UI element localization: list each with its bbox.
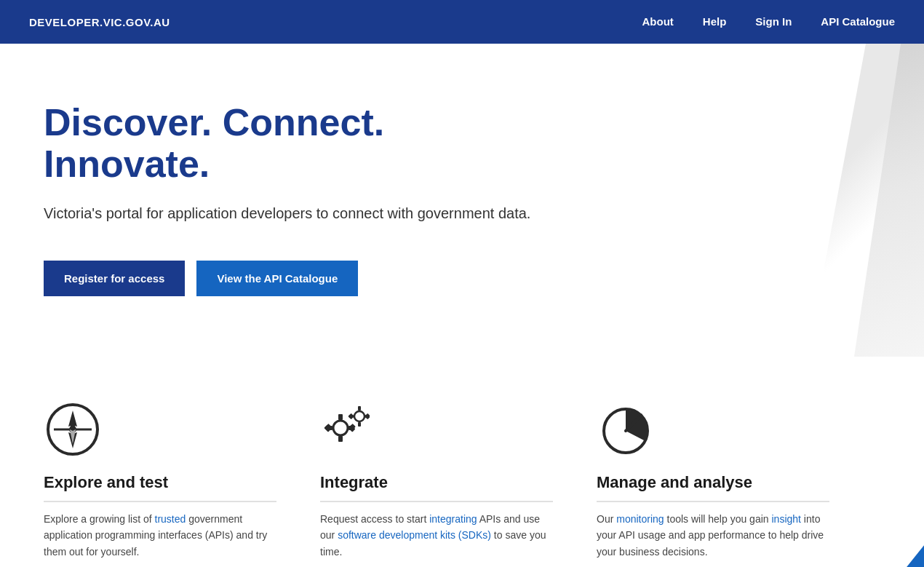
svg-point-17 [354, 411, 365, 421]
navbar: DEVELOPER.VIC.GOV.AU About Help Sign In … [0, 0, 924, 44]
svg-rect-10 [338, 436, 343, 442]
hero-content: Discover. Connect. Innovate. Victoria's … [44, 102, 553, 296]
navbar-brand: DEVELOPER.VIC.GOV.AU [29, 16, 170, 28]
corner-decoration [866, 545, 924, 567]
feature-explore-title: Explore and test [44, 473, 276, 502]
feature-manage-description: Our monitoring tools will help you gain … [597, 511, 829, 560]
feature-manage: Manage and analyse Our monitoring tools … [597, 400, 844, 560]
svg-point-8 [333, 421, 348, 435]
nav-api-catalogue[interactable]: API Catalogue [821, 15, 895, 28]
features-section: Explore and test Explore a growing list … [0, 357, 924, 567]
svg-rect-18 [358, 406, 361, 411]
compass-icon [44, 400, 102, 459]
feature-integrate: Integrate Request access to start integr… [320, 400, 567, 560]
svg-rect-19 [358, 422, 361, 427]
chart-icon [597, 400, 655, 459]
navbar-links: About Help Sign In API Catalogue [642, 15, 895, 28]
hero-title: Discover. Connect. Innovate. [44, 102, 553, 185]
hero-subtitle: Victoria's portal for application develo… [44, 202, 553, 224]
feature-explore-description: Explore a growing list of trusted govern… [44, 511, 276, 560]
svg-rect-9 [338, 414, 343, 420]
hero-section: Discover. Connect. Innovate. Victoria's … [0, 44, 924, 357]
nav-help[interactable]: Help [703, 15, 727, 28]
nav-about[interactable]: About [642, 15, 673, 28]
gears-icon [320, 400, 378, 459]
feature-explore: Explore and test Explore a growing list … [44, 400, 291, 560]
register-button[interactable]: Register for access [44, 261, 185, 296]
feature-integrate-description: Request access to start integrating APIs… [320, 511, 553, 560]
feature-manage-title: Manage and analyse [597, 473, 829, 502]
features-grid: Explore and test Explore a growing list … [44, 400, 844, 560]
feature-integrate-title: Integrate [320, 473, 553, 502]
hero-buttons: Register for access View the API Catalog… [44, 261, 553, 296]
nav-signin[interactable]: Sign In [755, 15, 792, 28]
api-catalogue-button[interactable]: View the API Catalogue [196, 261, 358, 296]
